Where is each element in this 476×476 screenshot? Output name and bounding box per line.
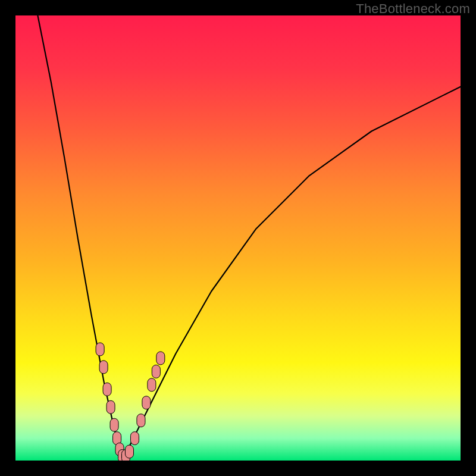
marker-point (152, 365, 160, 378)
chart-svg (15, 15, 461, 461)
marker-point (103, 383, 111, 396)
marker-point (125, 445, 133, 458)
watermark-text: TheBottleneck.com (356, 1, 470, 17)
marker-point (96, 343, 104, 356)
marker-point (99, 361, 108, 374)
plot-area (15, 15, 461, 461)
marker-point (142, 396, 151, 409)
curve-right-branch (123, 87, 461, 461)
marker-point (107, 400, 115, 414)
marker-point (148, 378, 156, 392)
marker-point (137, 414, 145, 427)
marker-point (110, 418, 118, 431)
marker-point (156, 352, 165, 365)
marker-point (130, 432, 139, 445)
chart-frame: TheBottleneck.com (0, 0, 476, 476)
